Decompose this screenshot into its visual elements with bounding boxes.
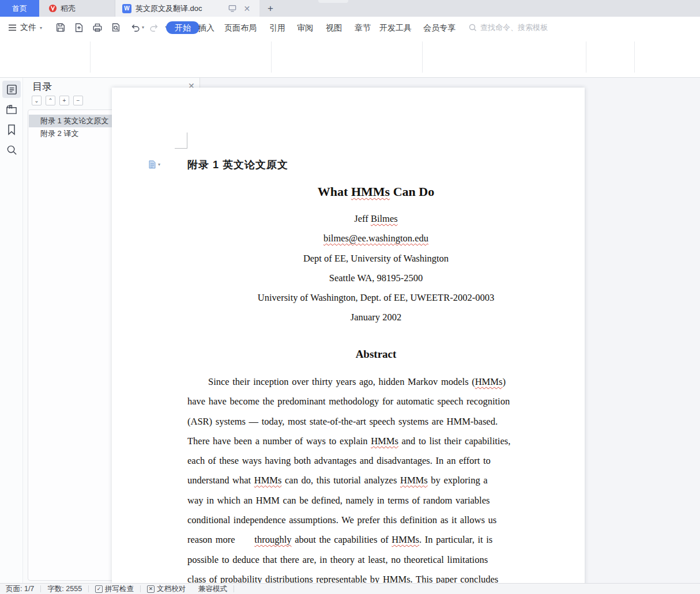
- text-run: and to list their capabilities,: [398, 436, 510, 447]
- word-count[interactable]: 字数: 2555: [47, 584, 82, 594]
- text-run: way in which an HMM can be defined, name…: [187, 495, 490, 506]
- proofread-toggle[interactable]: ✕文档校对: [147, 584, 186, 594]
- menu-bar: 文件 ▾ ▾ 开始插入页面布局引用审阅视图章节开发工具会员专享 查找命令、搜索模…: [0, 17, 700, 38]
- doc-body-line: have have become the predominant methodo…: [187, 392, 700, 411]
- chevron-down-icon: ▾: [158, 162, 160, 167]
- misspelled-word: HMMs: [475, 376, 503, 387]
- new-tab-button[interactable]: +: [264, 2, 277, 15]
- tab-home[interactable]: 首页: [0, 0, 39, 17]
- menu-tab-7[interactable]: 章节: [352, 21, 373, 34]
- doc-center-line: Jeff Bilmes: [187, 209, 564, 229]
- writer-doc-icon: W: [122, 4, 131, 13]
- doc-center-line: University of Washington, Dept. of EE, U…: [187, 288, 564, 308]
- page-indicator[interactable]: 页面: 1/7: [6, 584, 34, 594]
- misspelled-word: Bilmes: [371, 213, 398, 224]
- doc-body-line: Since their inception over thirty years …: [187, 372, 700, 392]
- ribbon-toolbar: 粘贴 ▾ ✂ 剪切 复制 格式刷 黑体▾ 小三▾ A+ A− wén文 ▾ B …: [0, 38, 700, 78]
- tab-docer-label: 稻壳: [61, 3, 76, 14]
- command-search-placeholder: 查找命令、搜索模板: [480, 22, 548, 33]
- expand-all-button[interactable]: ⌄: [32, 96, 42, 105]
- search-panel-button[interactable]: [2, 141, 21, 158]
- file-menu-button[interactable]: 文件 ▾: [8, 21, 42, 34]
- text-run: reason more: [187, 534, 254, 545]
- eye-protect-monitor-icon[interactable]: [228, 5, 236, 12]
- outline-icon: [6, 84, 17, 95]
- print-icon[interactable]: [92, 22, 103, 33]
- collapse-level-button[interactable]: −: [73, 96, 83, 105]
- chapter-panel-button[interactable]: [2, 101, 21, 118]
- menu-tab-6[interactable]: 视图: [323, 21, 344, 34]
- tab-document[interactable]: W 英文原文及翻译.doc ✕: [115, 0, 259, 17]
- tab-docer[interactable]: 稻壳: [39, 0, 115, 17]
- export-pdf-icon[interactable]: [74, 22, 84, 33]
- misspelled-word: HMMs: [400, 475, 428, 486]
- doc-center-line: Dept of EE, University of Washington: [187, 249, 564, 268]
- doc-body-line: (ASR) systems — today, most state-of-the…: [187, 412, 700, 432]
- close-tab-icon[interactable]: ✕: [244, 4, 251, 13]
- undo-icon[interactable]: [130, 22, 141, 33]
- paragraph-handle[interactable]: ▾: [148, 160, 160, 169]
- text-run: understand what: [187, 475, 254, 486]
- print-preview-icon[interactable]: [111, 22, 121, 33]
- doc-body-line: understand what HMMs can do, this tutori…: [187, 471, 700, 490]
- command-search[interactable]: 查找命令、搜索模板: [469, 22, 548, 33]
- menu-tab-9[interactable]: 会员专享: [421, 21, 458, 34]
- doc-body-line: reason more throughly about the capabili…: [187, 530, 700, 550]
- text-run: Seattle WA, 98195-2500: [329, 273, 423, 283]
- undo-dropdown-icon[interactable]: ▾: [142, 25, 144, 30]
- doc-body-line: possible to deduce that there are, in th…: [187, 550, 700, 570]
- file-menu-label: 文件: [20, 22, 36, 33]
- menu-tab-1[interactable]: 开始: [166, 21, 200, 34]
- chapter-box-icon: [6, 104, 17, 115]
- expand-level-button[interactable]: +: [59, 96, 69, 105]
- compatibility-mode[interactable]: 兼容模式: [198, 584, 227, 594]
- doc-center-line: Seattle WA, 98195-2500: [187, 268, 564, 288]
- appendix-heading: 附录 1 英文论文原文: [187, 158, 288, 172]
- menu-tab-5[interactable]: 审阅: [295, 21, 315, 34]
- collapse-all-button[interactable]: ⌃: [46, 96, 55, 105]
- document-page[interactable]: ▾ 附录 1 英文论文原文 What HMMs Can Do Jeff Bilm…: [112, 88, 585, 583]
- author-block: Jeff Bilmesbilmes@ee.washington.eduDept …: [187, 209, 564, 328]
- doc-body-line: There have been a number of ways to expl…: [187, 432, 700, 451]
- menu-tab-4[interactable]: 引用: [267, 21, 288, 34]
- menu-tab-8[interactable]: 开发工具: [377, 21, 414, 34]
- misspelled-word: bilmes@ee.washington.edu: [323, 233, 428, 244]
- text-run: class of probability distributions repre…: [187, 574, 498, 583]
- abstract-body: Since their inception over thirty years …: [187, 372, 700, 583]
- paper-title: What HMMs Can Do: [187, 184, 564, 199]
- text-run: can do, this tutorial analyzes: [281, 475, 400, 486]
- misspelled-word: throughly: [254, 534, 291, 545]
- text-run: Can Do: [390, 184, 434, 199]
- text-run: conditional independence assumptions. We…: [187, 514, 496, 525]
- text-run: Dept of EE, University of Washington: [303, 253, 449, 264]
- menu-tab-3[interactable]: 页面布局: [222, 21, 259, 34]
- search-icon: [6, 145, 17, 156]
- misspelled-word: HMMs: [254, 475, 282, 486]
- toc-panel-button[interactable]: [2, 81, 21, 98]
- margin-crop-mark: [175, 133, 187, 149]
- search-icon: [469, 24, 477, 32]
- text-run: January 2002: [351, 312, 401, 323]
- doc-center-line: bilmes@ee.washington.edu: [187, 229, 564, 248]
- checkmark-checkbox-icon: ✓: [95, 585, 103, 593]
- bookmark-panel-button[interactable]: [2, 121, 21, 138]
- hamburger-icon: [8, 24, 17, 31]
- text-run: Since their inception over thirty years …: [208, 376, 475, 387]
- doc-body-line: class of probability distributions repre…: [187, 570, 700, 583]
- misspelled-word: HMMs: [371, 436, 398, 447]
- text-run: each of these ways having both advantage…: [187, 455, 491, 466]
- save-icon[interactable]: [55, 22, 66, 33]
- sidebar-icon-strip: [0, 78, 23, 583]
- doc-center-line: January 2002: [187, 308, 564, 327]
- spellcheck-toggle[interactable]: ✓拼写检查: [95, 584, 134, 594]
- misspelled-word: HMMs: [351, 184, 390, 199]
- text-run: University of Washington, Dept. of EE, U…: [258, 292, 494, 303]
- menu-tab-2[interactable]: 插入: [196, 21, 217, 34]
- doc-body-line: each of these ways having both advantage…: [187, 451, 700, 471]
- window-drag-notch: [318, 0, 348, 3]
- text-run: (ASR) systems — today, most state-of-the…: [187, 416, 498, 427]
- redo-icon[interactable]: [149, 22, 159, 33]
- abstract-heading: Abstract: [187, 348, 564, 361]
- main-area: 目录 ✕ ⌄ ⌃ + − 智能识别目录 附录 1 英文论文原文附录 2 译文 ▾…: [0, 78, 700, 583]
- text-run: by exploring a: [428, 475, 488, 486]
